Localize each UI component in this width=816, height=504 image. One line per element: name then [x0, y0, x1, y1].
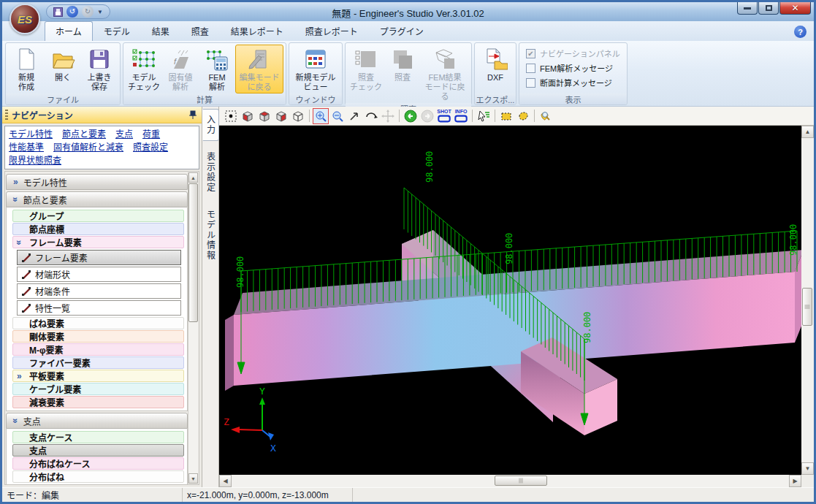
- tab-results[interactable]: 結果: [141, 21, 180, 41]
- tab-check[interactable]: 照査: [180, 21, 220, 41]
- check-button[interactable]: 照査: [384, 45, 421, 84]
- rotate-view-icon[interactable]: [363, 108, 379, 124]
- item-distributed-spring-case[interactable]: 分布ばねケース: [12, 457, 184, 470]
- link-supports[interactable]: 支点: [115, 129, 133, 140]
- minimize-button[interactable]: [737, 2, 758, 15]
- section-calc-message-checkbox[interactable]: 断面計算メッセージ: [526, 77, 620, 88]
- accordion-scrollbar[interactable]: ▲ ▼: [188, 172, 198, 484]
- item-property-list[interactable]: 特性一覧: [17, 300, 181, 316]
- item-plate-elements[interactable]: »平板要素: [12, 370, 184, 382]
- zoom-window-icon[interactable]: [313, 108, 329, 124]
- ribbon-group-window: 新規モデル ビュー ウィンドウ: [289, 42, 343, 105]
- tab-plugin[interactable]: プラグイン: [369, 21, 435, 41]
- help-icon[interactable]: ?: [794, 26, 807, 38]
- side-tab-model-info[interactable]: モデル情報: [202, 204, 219, 267]
- view-forward-icon[interactable]: [419, 108, 435, 124]
- tab-model[interactable]: モデル: [93, 21, 141, 41]
- link-limit-state-check[interactable]: 限界状態照査: [9, 156, 61, 166]
- close-button[interactable]: ✕: [779, 2, 811, 15]
- scroll-left-icon[interactable]: ◀: [219, 475, 232, 487]
- link-loads[interactable]: 荷重: [142, 129, 160, 140]
- toolbar-separator: [534, 110, 535, 122]
- section-nodes-elements[interactable]: » 節点と要素: [6, 191, 188, 207]
- link-check-settings[interactable]: 照査設定: [133, 142, 168, 153]
- fem-analysis-message-checkbox[interactable]: FEM解析メッセージ: [526, 62, 620, 74]
- item-distributed-spring[interactable]: 分布ばね: [12, 470, 184, 483]
- undo-icon[interactable]: ↺: [66, 6, 78, 18]
- dxf-export-button[interactable]: DXF: [477, 45, 514, 84]
- viewport-vertical-scrollbar[interactable]: ▲ ▼: [801, 126, 814, 475]
- fem-analysis-icon: [205, 47, 229, 72]
- pin-icon[interactable]: [188, 110, 197, 120]
- redo-icon[interactable]: ↻: [82, 6, 94, 18]
- center-view-icon[interactable]: [380, 108, 396, 124]
- link-nodes-elements[interactable]: 節点と要素: [62, 129, 106, 140]
- item-fiber-elements[interactable]: ファイバー要素: [12, 356, 184, 369]
- info-capture-icon[interactable]: INFO: [453, 108, 469, 124]
- scroll-right-icon[interactable]: ▶: [789, 475, 801, 487]
- view-top-icon[interactable]: [256, 108, 272, 124]
- scrollbar-thumb[interactable]: [188, 183, 198, 322]
- view-front-icon[interactable]: [240, 108, 256, 124]
- item-group[interactable]: グループ: [12, 210, 184, 222]
- side-tab-input[interactable]: 入力: [202, 109, 219, 141]
- section-model-properties[interactable]: » モデル特性: [6, 174, 188, 190]
- item-node-coordinates[interactable]: 節点座標: [12, 223, 184, 235]
- rect-select-icon[interactable]: [498, 108, 514, 124]
- back-to-fem-result-button[interactable]: FEM結果 モードに戻る: [421, 45, 469, 103]
- scroll-down-icon[interactable]: ▼: [801, 462, 814, 475]
- item-frame-element[interactable]: フレーム要素: [17, 250, 181, 265]
- view-side-icon[interactable]: [273, 108, 289, 124]
- back-to-edit-mode-button[interactable]: 編集モード に戻る: [235, 45, 283, 93]
- view-perspective-icon[interactable]: [290, 108, 306, 124]
- item-rigid-elements[interactable]: 剛体要素: [12, 330, 184, 343]
- check-check-button[interactable]: 照査 チェック: [348, 45, 384, 93]
- item-damping-elements[interactable]: 減衰要素: [12, 396, 184, 408]
- fem-analysis-button[interactable]: FEM 解析: [199, 45, 235, 93]
- application-menu-button[interactable]: ES: [9, 4, 40, 34]
- model-3d-view[interactable]: 98.000 98.000 98.000 98.000 98.000 Y: [219, 126, 801, 475]
- tab-check-report[interactable]: 照査レポート: [294, 21, 369, 41]
- item-member-end-condition[interactable]: 材端条件: [17, 283, 181, 299]
- item-member-end-shape[interactable]: 材端形状: [17, 267, 181, 282]
- scrollbar-thumb[interactable]: [802, 288, 812, 326]
- tab-home[interactable]: ホーム: [45, 21, 93, 41]
- save-icon[interactable]: [53, 7, 63, 17]
- new-file-button[interactable]: 新規 作成: [8, 45, 45, 93]
- link-performance[interactable]: 性能基準: [9, 142, 44, 153]
- view-back-icon[interactable]: [403, 108, 419, 124]
- pan-icon[interactable]: [346, 108, 362, 124]
- viewport-horizontal-scrollbar[interactable]: ◀ ▶: [219, 475, 801, 487]
- item-cable-elements[interactable]: ケーブル要素: [12, 383, 184, 395]
- new-model-view-button[interactable]: 新規モデル ビュー: [291, 45, 340, 93]
- item-support[interactable]: 支点: [12, 444, 184, 457]
- item-label: 分布ばね: [29, 470, 64, 483]
- tab-result-report[interactable]: 結果レポート: [220, 21, 294, 41]
- item-spring-elements[interactable]: ばね要素: [12, 317, 184, 329]
- screenshot-icon[interactable]: SHOT: [436, 108, 452, 124]
- zoom-out-icon[interactable]: [329, 108, 346, 124]
- fit-view-icon[interactable]: [223, 108, 239, 124]
- qat-dropdown-icon[interactable]: ▼: [97, 9, 103, 15]
- scroll-down-icon[interactable]: ▼: [188, 473, 198, 484]
- maximize-button[interactable]: [758, 2, 779, 15]
- save-button[interactable]: 上書き 保存: [81, 45, 118, 93]
- button-label: 照査: [394, 73, 411, 83]
- item-frame-elements-group[interactable]: »フレーム要素: [12, 236, 184, 248]
- select-cursor-icon[interactable]: [476, 108, 492, 124]
- model-check-button[interactable]: モデル チェック: [126, 45, 162, 93]
- eigenvalue-analysis-button[interactable]: f 固有値 解析: [162, 45, 199, 93]
- link-model-properties[interactable]: モデル特性: [9, 129, 53, 140]
- open-file-button[interactable]: 開く: [45, 45, 81, 84]
- search-zoom-icon[interactable]: [538, 108, 554, 124]
- scroll-up-icon[interactable]: ▲: [188, 172, 198, 183]
- item-m-phi-elements[interactable]: M-φ要素: [12, 343, 184, 356]
- scroll-up-icon[interactable]: ▲: [801, 126, 814, 138]
- side-tab-display-settings[interactable]: 表示設定: [202, 146, 219, 199]
- scrollbar-thumb[interactable]: [495, 476, 547, 486]
- lasso-select-icon[interactable]: [515, 108, 531, 124]
- link-eigen-damping[interactable]: 固有値解析と減衰: [53, 142, 123, 153]
- section-supports[interactable]: » 支点: [6, 413, 188, 429]
- item-support-case[interactable]: 支点ケース: [12, 431, 184, 443]
- navigation-panel-checkbox[interactable]: ✔ ナビゲーションパネル: [526, 47, 620, 59]
